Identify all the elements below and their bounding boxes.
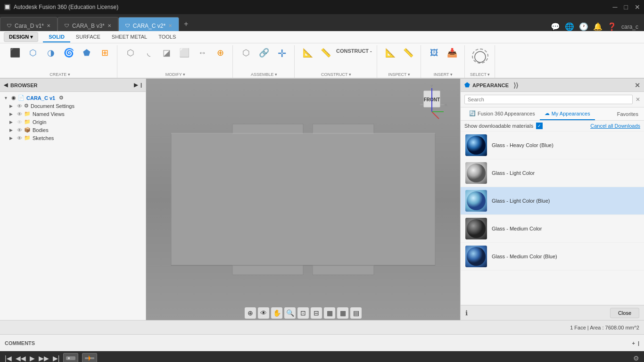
comments-collapse-btn[interactable]: | xyxy=(638,340,639,346)
new-component-btn[interactable]: ⬛ xyxy=(7,47,24,59)
minimize-btn[interactable]: ─ xyxy=(613,3,618,11)
select-btn[interactable]: ◯ xyxy=(470,47,491,65)
combine-btn[interactable]: ⊕ xyxy=(212,47,229,58)
sketches-eye[interactable]: 👁 xyxy=(17,135,22,141)
named-views-eye[interactable]: 👁 xyxy=(17,111,22,117)
inspect-btn2[interactable]: 📏 xyxy=(400,47,417,58)
tab-cara-c[interactable]: 🛡 CARA_C v2* ✕ xyxy=(118,17,179,31)
tree-doc-settings[interactable]: ▶ 👁 ⚙ Document Settings xyxy=(0,102,146,110)
fillet-btn[interactable]: ◟ xyxy=(140,47,157,58)
grid-icon[interactable]: ▦ xyxy=(324,307,335,319)
browser-collapse-btn[interactable]: ▶ xyxy=(134,82,138,88)
anim-prev-btn[interactable]: ◀◀ xyxy=(16,354,26,362)
ribbon-tab-sheet-metal[interactable]: SHEET METAL xyxy=(106,32,153,42)
anim-next-btn[interactable]: ▶▶ xyxy=(39,354,49,362)
view-cube[interactable]: FRONT Y X xyxy=(413,83,451,121)
time-icon[interactable]: 🕐 xyxy=(579,22,588,31)
browser-pin-btn[interactable]: | xyxy=(140,82,142,88)
chamfer-btn[interactable]: ◪ xyxy=(158,47,175,58)
revolve-btn[interactable]: ◑ xyxy=(42,47,59,58)
ribbon-tab-surface[interactable]: SURFACE xyxy=(70,32,106,42)
scale-btn[interactable]: ↔ xyxy=(194,47,211,58)
insert-btn1[interactable]: 🖼 xyxy=(426,47,443,58)
press-pull-btn[interactable]: ⬡ xyxy=(122,47,139,58)
ap-tab-my[interactable]: ☁ My Appearances xyxy=(540,107,595,120)
cancel-downloads-link[interactable]: Cancel all Downloads xyxy=(590,123,640,129)
construct-btn2[interactable]: 📏 xyxy=(317,47,334,58)
ap-close-btn[interactable]: ✕ xyxy=(635,82,640,89)
tree-bodies[interactable]: ▶ 👁 📦 Bodies xyxy=(0,126,146,134)
tab-label: Cara_D v1* xyxy=(15,23,44,29)
tab-cara-b[interactable]: 🛡 CARA_B v3* ✕ xyxy=(58,17,118,31)
ap-item-glass-blue[interactable]: Glass - Heavy Color (Blue) xyxy=(461,132,644,159)
named-views-icon: 📁 xyxy=(24,111,31,117)
ap-item-glass-light-blue[interactable]: Glass - Light Color (Blue) xyxy=(461,187,644,215)
ap-item-glass-medium-blue[interactable]: Glass - Medium Color (Blue) xyxy=(461,243,644,271)
look-at-icon[interactable]: 👁 xyxy=(258,307,269,319)
ap-item-glass-medium[interactable]: Glass - Medium Color xyxy=(461,215,644,243)
show-downloadable-checkbox[interactable]: ✓ xyxy=(536,123,543,129)
maximize-btn[interactable]: □ xyxy=(624,3,628,11)
anim-end-btn[interactable]: ▶| xyxy=(53,354,60,362)
help-icon[interactable]: ❓ xyxy=(607,22,617,31)
ap-search-input[interactable] xyxy=(464,95,633,104)
alarm-icon[interactable]: 🔔 xyxy=(593,22,603,31)
zoom-icon[interactable]: 🔍 xyxy=(284,307,296,319)
measure-btn[interactable]: 📐 xyxy=(382,47,399,58)
construct-btn1[interactable]: 📐 xyxy=(299,47,316,58)
tab-close-cara-b[interactable]: ✕ xyxy=(107,23,111,28)
insert-btn2[interactable]: 📥 xyxy=(444,47,461,58)
pan-icon[interactable]: ✋ xyxy=(271,307,282,319)
anim-play-btn[interactable]: ▶ xyxy=(30,354,35,362)
share-icon[interactable]: 🌐 xyxy=(565,22,574,31)
add-comment-btn[interactable]: + xyxy=(632,340,635,346)
anim-gear-icon[interactable]: ⚙ xyxy=(633,354,639,362)
toolbar-area: DESIGN ▾ SOLID SURFACE SHEET METAL TOOLS… xyxy=(0,31,644,79)
extrude-btn[interactable]: ⬡ xyxy=(25,47,41,58)
ap-tab-fusion360[interactable]: 🔄 Fusion 360 Appearances xyxy=(464,107,540,120)
shell-btn[interactable]: ⬜ xyxy=(176,47,193,58)
browser-arrow-left[interactable]: ◀ xyxy=(4,82,8,88)
root-settings-icon[interactable]: ⚙ xyxy=(59,95,64,101)
loft-btn[interactable]: ⬟ xyxy=(78,47,95,58)
new-tab-btn[interactable]: + xyxy=(179,17,193,31)
ap-expand-btn[interactable]: ⟩⟩ xyxy=(513,82,518,89)
doc-settings-eye[interactable]: 👁 xyxy=(17,103,22,109)
orbit-icon[interactable]: ⊕ xyxy=(245,307,256,319)
ap-item-glass-light[interactable]: Glass - Light Color xyxy=(461,159,644,187)
ribbon-tab-solid[interactable]: SOLID xyxy=(43,32,70,42)
tree-origin[interactable]: ▶ 👁 📁 Origin xyxy=(0,118,146,126)
assemble-btn2[interactable]: 🔗 xyxy=(256,47,272,58)
design-dropdown-btn[interactable]: DESIGN ▾ xyxy=(4,32,38,42)
rib-btn[interactable]: ⊞ xyxy=(96,47,113,58)
display-settings-icon[interactable]: ▤ xyxy=(350,307,362,319)
close-btn[interactable]: ✕ xyxy=(635,3,640,11)
ap-close-footer-btn[interactable]: Close xyxy=(610,308,639,318)
fit-icon[interactable]: ⊡ xyxy=(297,307,309,319)
tree-root[interactable]: ▼ ◉ 📄 CARA_C v1 ⚙ xyxy=(0,94,146,102)
display-mode-icon[interactable]: ▦ xyxy=(337,307,348,319)
bodies-eye[interactable]: 👁 xyxy=(17,127,22,133)
sweep-btn[interactable]: 🌀 xyxy=(60,47,77,58)
notif-icon[interactable]: 💬 xyxy=(551,22,560,31)
tab-close-cara-c[interactable]: ✕ xyxy=(168,23,172,28)
anim-keyframe-box[interactable] xyxy=(63,353,78,362)
tab-cara-d[interactable]: 🛡 Cara_D v1* ✕ xyxy=(0,17,58,31)
ribbon-tab-tools[interactable]: TOOLS xyxy=(153,32,182,42)
move-btn[interactable]: ✛ xyxy=(273,47,290,60)
window-controls[interactable]: ─ □ ✕ xyxy=(613,3,640,11)
tree-sketches[interactable]: ▶ 👁 📁 Sketches xyxy=(0,134,146,142)
search-clear-btn[interactable]: ✕ xyxy=(636,96,640,103)
svg-marker-0 xyxy=(171,124,435,275)
root-visibility[interactable]: ◉ xyxy=(11,95,16,101)
viewport[interactable]: FRONT Y X ⊕ 👁 ✋ 🔍 ⊡ ⊟ ▦ ▦ ▤ xyxy=(146,79,460,320)
tab-close-cara-d[interactable]: ✕ xyxy=(47,23,50,28)
section-icon[interactable]: ⊟ xyxy=(311,307,322,319)
ap-favorites-tab[interactable]: Favorites xyxy=(615,108,640,120)
anim-timeline-box[interactable] xyxy=(82,353,97,362)
tree-named-views[interactable]: ▶ 👁 📁 Named Views xyxy=(0,110,146,118)
assemble-btn1[interactable]: ⬡ xyxy=(238,47,255,58)
anim-back-btn[interactable]: |◀ xyxy=(5,354,12,362)
origin-eye[interactable]: 👁 xyxy=(17,119,22,125)
tab-icon: 🛡 xyxy=(7,23,12,28)
